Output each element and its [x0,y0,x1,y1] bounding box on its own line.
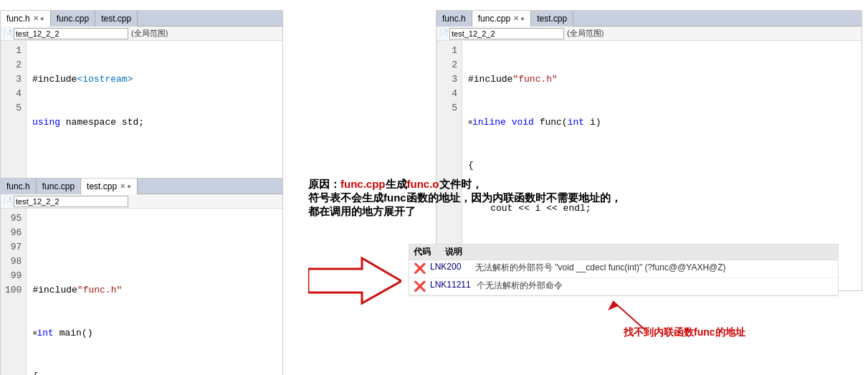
tab-test-cpp-p2[interactable]: test.cpp [531,11,573,27]
scope-icon: 📄 [4,197,12,205]
panel-test-cpp: func.h func.cpp test.cpp ✕ ● 📄 95 96 97 … [0,178,283,375]
code-line-3 [32,158,169,173]
tab-label: func.cpp [478,14,510,24]
code-content-panel3[interactable]: #include"func.h" ■int main() { func(1); … [27,209,128,375]
scope-label-panel1: (全局范围) [131,28,168,39]
tab-label: func.cpp [57,14,89,24]
error-box-header: 代码 说明 [409,245,838,260]
tab-func-cpp-p1[interactable]: func.cpp [51,11,95,27]
scope-bar-panel1: 📄 (全局范围) [1,27,282,41]
arrow-svg [308,255,401,308]
code-line-1: #include"func.h" [468,72,601,87]
error-code-1: LNK200 [430,262,469,272]
annotation-line2: 符号表不会生成func函数的地址，因为内联函数时不需要地址的， [308,191,621,205]
tab-label: test.cpp [87,181,117,191]
scope-icon: 📄 [439,29,448,37]
code-line-97: ■int main() [32,326,122,341]
arrow-container [308,255,394,305]
tab-bar-panel1: func.h ✕ ● func.cpp test.cpp [1,11,282,27]
tab-label: test.cpp [101,14,131,24]
error-icon-1: ❌ [414,262,426,276]
code-line-95 [32,240,122,255]
svg-line-1 [613,301,645,330]
tab-label: func.h [442,14,466,24]
code-line-2: using namespace std; [32,115,169,130]
annotation-text: 原因：func.cpp生成func.o文件时， 符号表不会生成func函数的地址… [308,178,621,219]
tab-test-cpp-p1[interactable]: test.cpp [95,11,138,27]
annotation-line1: 原因：func.cpp生成func.o文件时， [308,178,621,191]
tab-label: func.h [6,14,30,24]
error-row-2: ❌ LNK11211 个无法解析的外部命令 [409,278,838,296]
svg-marker-2 [608,301,618,310]
svg-marker-0 [308,258,401,303]
scope-bar-panel2: 📄 (全局范围) [437,27,862,41]
error-header-desc: 说明 [445,246,462,258]
tab-func-h[interactable]: func.h ✕ ● [1,11,51,27]
annotation-line3: 都在调用的地方展开了 [308,205,621,219]
error-desc-1: 无法解析的外部符号 "void __cdecl func(int)" (?fun… [475,262,834,274]
tab-func-h-p2[interactable]: func.h [437,11,472,27]
code-line-96: #include"func.h" [32,283,122,298]
scope-label-panel2: (全局范围) [567,28,604,39]
scope-input-panel1[interactable] [14,28,128,39]
error-code-2: LNK11211 [430,280,471,290]
scope-input-panel3[interactable] [14,196,128,207]
scope-bar-panel3: 📄 [1,194,282,209]
line-numbers-panel3: 95 96 97 98 99 100 [1,209,27,375]
tab-bar-panel3: func.h func.cpp test.cpp ✕ ● [1,179,282,194]
tab-label: test.cpp [537,14,567,24]
error-row-1: ❌ LNK200 无法解析的外部符号 "void __cdecl func(in… [409,260,838,278]
scope-input-panel2[interactable] [449,28,564,39]
error-desc-2: 个无法解析的外部命令 [477,280,834,292]
error-box: 代码 说明 ❌ LNK200 无法解析的外部符号 "void __cdecl f… [409,244,839,296]
tab-func-cpp-p3[interactable]: func.cpp [37,179,81,194]
tab-test-cpp-p3[interactable]: test.cpp ✕ ● [81,179,138,194]
code-line-2: ■inline void func(int i) [468,115,601,130]
close-icon[interactable]: ✕ [513,14,519,22]
tab-bar-panel2: func.h func.cpp ✕ ● test.cpp [437,11,862,27]
error-icon-2: ❌ [414,280,426,294]
code-line-3: { [468,158,601,173]
tab-label: func.cpp [42,181,75,191]
close-icon[interactable]: ✕ [120,182,125,190]
tab-func-h-p3[interactable]: func.h [1,179,37,194]
close-icon[interactable]: ✕ [33,14,39,22]
code-line-1: #include<iostream> [32,72,169,87]
tab-label: func.h [6,181,30,191]
error-header-code: 代码 [414,246,431,258]
code-area-panel3: 95 96 97 98 99 100 #include"func.h" ■int… [1,209,282,375]
code-line-98: { [32,369,122,375]
scope-icon: 📄 [4,29,12,37]
pointer-arrow-svg [602,298,659,333]
tab-func-cpp-p2[interactable]: func.cpp ✕ ● [472,11,531,27]
